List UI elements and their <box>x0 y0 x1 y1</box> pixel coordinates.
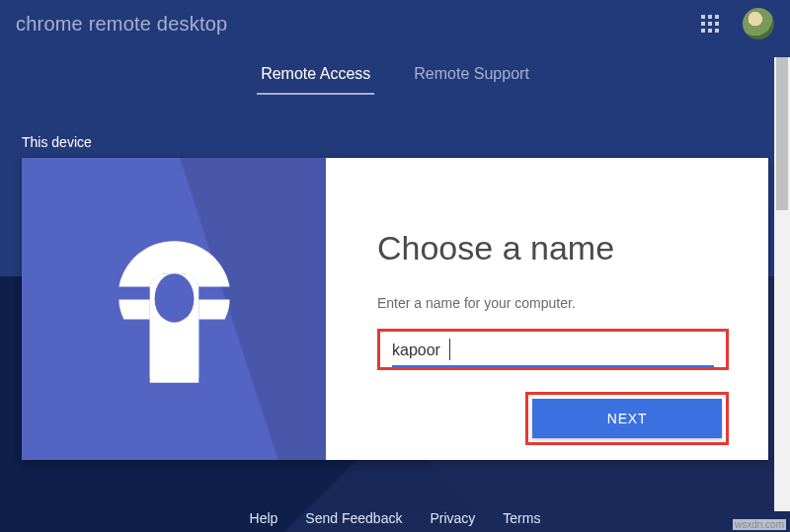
card-illustration <box>22 158 326 460</box>
avatar[interactable] <box>743 8 774 39</box>
next-button[interactable]: NEXT <box>532 399 722 438</box>
card-title: Choose a name <box>377 229 729 267</box>
device-setup-card: Choose a name Enter a name for your comp… <box>22 158 768 460</box>
footer-terms[interactable]: Terms <box>503 510 540 526</box>
section-this-device: This device <box>22 134 790 150</box>
tab-remote-support[interactable]: Remote Support <box>410 55 533 95</box>
app-header: chrome remote desktop <box>0 0 790 47</box>
footer-send-feedback[interactable]: Send Feedback <box>305 510 402 526</box>
watermark: wsxdn.com <box>733 519 786 530</box>
wrench-icon <box>93 228 256 391</box>
footer-privacy[interactable]: Privacy <box>430 510 475 526</box>
footer-links: Help Send Feedback Privacy Terms <box>0 510 790 526</box>
vertical-scrollbar[interactable] <box>774 57 790 511</box>
footer-help[interactable]: Help <box>250 510 278 526</box>
card-subtitle: Enter a name for your computer. <box>377 295 729 311</box>
computer-name-input[interactable] <box>392 336 714 367</box>
apps-grid-icon[interactable] <box>701 15 719 33</box>
button-highlight-box: NEXT <box>525 392 729 445</box>
input-highlight-box <box>377 329 729 370</box>
tab-bar: Remote Access Remote Support <box>0 55 790 95</box>
text-cursor-icon <box>449 339 450 360</box>
app-title: chrome remote desktop <box>16 13 701 36</box>
svg-rect-0 <box>149 317 198 382</box>
card-form: Choose a name Enter a name for your comp… <box>326 158 768 460</box>
tab-remote-access[interactable]: Remote Access <box>257 55 374 95</box>
svg-point-1 <box>154 273 194 323</box>
scrollbar-thumb[interactable] <box>776 57 788 210</box>
